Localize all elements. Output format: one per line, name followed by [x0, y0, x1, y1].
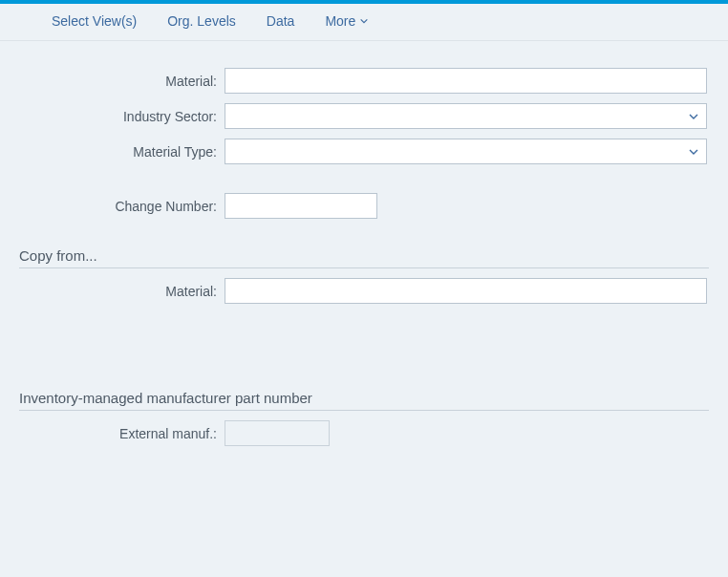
material-row: Material:	[19, 68, 709, 94]
inventory-part-section-title: Inventory-managed manufacturer part numb…	[19, 390, 709, 411]
data-button[interactable]: Data	[267, 13, 295, 29]
change-number-row: Change Number:	[19, 193, 709, 219]
material-type-row: Material Type:	[19, 139, 709, 164]
industry-sector-row: Industry Sector:	[19, 103, 709, 129]
external-manuf-label: External manuf.:	[19, 426, 225, 441]
industry-sector-label: Industry Sector:	[19, 109, 225, 124]
chevron-down-icon	[359, 16, 369, 26]
external-manuf-input	[225, 420, 330, 446]
change-number-label: Change Number:	[19, 199, 225, 214]
copy-from-section-title: Copy from...	[19, 247, 709, 268]
primary-form-block: Material: Industry Sector: Material Type…	[19, 68, 709, 164]
industry-sector-select[interactable]	[225, 103, 707, 129]
change-number-input[interactable]	[225, 193, 377, 219]
material-input[interactable]	[225, 68, 707, 94]
select-views-button[interactable]: Select View(s)	[52, 13, 137, 29]
toolbar: Select View(s) Org. Levels Data More	[0, 4, 728, 41]
change-number-block: Change Number:	[19, 193, 709, 219]
content-area: Material: Industry Sector: Material Type…	[0, 41, 728, 446]
copy-from-material-input[interactable]	[225, 278, 707, 304]
material-label: Material:	[19, 74, 225, 89]
material-type-select[interactable]	[225, 139, 707, 164]
more-label: More	[325, 13, 355, 29]
copy-from-material-label: Material:	[19, 284, 225, 299]
org-levels-button[interactable]: Org. Levels	[167, 13, 236, 29]
external-manuf-row: External manuf.:	[19, 420, 709, 446]
material-type-label: Material Type:	[19, 144, 225, 160]
copy-from-material-row: Material:	[19, 278, 709, 304]
more-button[interactable]: More	[325, 13, 369, 29]
